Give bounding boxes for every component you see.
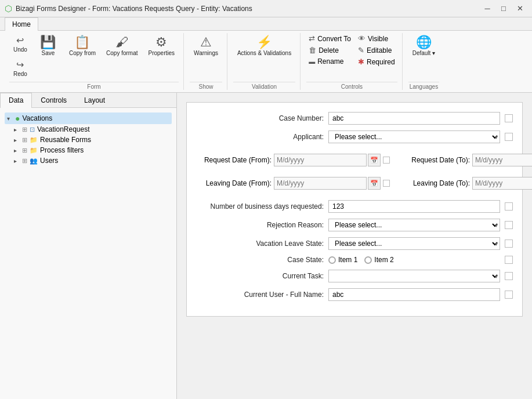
- actions-validations-button[interactable]: ⚡ Actions & Validations: [233, 33, 295, 60]
- default-language-button[interactable]: 🌐 Default ▾: [408, 33, 439, 60]
- convert-to-icon: ⇄: [309, 34, 315, 43]
- app-logo-icon: ⬡: [5, 3, 12, 14]
- validation-group-label: Validation: [233, 82, 295, 90]
- entity-icon: ⊡: [30, 126, 35, 133]
- tree-item-users[interactable]: ▸ ⊞ 👥 Users: [14, 155, 172, 166]
- applicant-checkbox[interactable]: [505, 133, 513, 141]
- current-user-fullname-label: Current User - Full Name:: [196, 291, 324, 299]
- left-panel: Data Controls Layout ▾ ● Vacations ▸ ⊞ ⊡…: [0, 93, 177, 399]
- leaving-date-from-checkbox[interactable]: [383, 180, 390, 187]
- warnings-label: Warnings: [194, 50, 218, 57]
- form-row-leaving-date: Leaving Date (From): 📅 Leaving Date (To)…: [196, 177, 513, 190]
- rename-icon: ▬: [309, 58, 315, 65]
- tree-expand-reusableforms: ▸: [14, 137, 20, 143]
- request-date-from-input[interactable]: [274, 154, 367, 166]
- current-task-control: [328, 270, 500, 282]
- applicant-label: Applicant:: [196, 133, 324, 141]
- leaving-date-to-wrapper: 📅: [472, 177, 532, 190]
- delete-button[interactable]: 🗑 Delete: [306, 45, 353, 56]
- request-date-to-wrapper: 📅: [472, 154, 532, 166]
- ribbon-tab-bar: Home: [0, 17, 532, 31]
- vacation-leave-state-control: Please select...: [328, 237, 500, 250]
- actions-label: Actions & Validations: [237, 50, 291, 57]
- leaving-date-to-col: Leaving Date (To): 📅: [395, 177, 532, 190]
- request-date-to-input[interactable]: [472, 154, 532, 166]
- tree-item-vacationrequest[interactable]: ▸ ⊞ ⊡ VacationRequest: [14, 124, 172, 135]
- leaving-date-from-label: Leaving Date (From):: [196, 179, 272, 187]
- current-user-fullname-input[interactable]: [328, 288, 500, 301]
- ribbon-group-languages: 🌐 Default ▾ Languages: [404, 33, 444, 90]
- redo-button[interactable]: ↪ Redo: [9, 57, 31, 81]
- tree-expand-vacationrequest: ▸: [14, 126, 20, 133]
- copy-from-icon: 📋: [74, 36, 90, 49]
- form-container: Case Number: Applicant: Please select...: [186, 102, 523, 317]
- form-group-label: Form: [9, 82, 179, 90]
- radio-item-1[interactable]: Item 1: [328, 256, 357, 264]
- tree-item-reusableforms[interactable]: ▸ ⊞ 📁 Reusable Forms: [14, 135, 172, 145]
- rename-button[interactable]: ▬ Rename: [306, 56, 353, 67]
- main-layout: Data Controls Layout ▾ ● Vacations ▸ ⊞ ⊡…: [0, 93, 532, 399]
- form-row-current-user-fullname: Current User - Full Name:: [196, 288, 513, 301]
- editable-label: Editable: [367, 46, 392, 55]
- entity-icon-small: ⊞: [22, 126, 27, 133]
- case-number-input[interactable]: [328, 112, 500, 125]
- tree-item-processfilters[interactable]: ▸ ⊞ 📁 Process filters: [14, 145, 172, 155]
- vacation-leave-state-label: Vacation Leave State:: [196, 240, 324, 248]
- tab-home[interactable]: Home: [5, 17, 38, 31]
- current-task-select[interactable]: [328, 270, 500, 282]
- vacation-leave-state-checkbox[interactable]: [505, 240, 513, 248]
- request-date-to-label: Request Date (To):: [395, 156, 470, 164]
- current-task-label: Current Task:: [196, 272, 324, 280]
- current-task-checkbox[interactable]: [505, 272, 513, 280]
- convert-to-button[interactable]: ⇄ Convert To: [306, 33, 353, 44]
- redo-label: Redo: [13, 71, 27, 78]
- maximize-button[interactable]: □: [496, 3, 511, 14]
- case-state-label: Case State:: [196, 256, 324, 264]
- copy-from-button[interactable]: 📋 Copy from: [65, 33, 100, 60]
- request-date-from-checkbox[interactable]: [383, 157, 390, 164]
- case-number-control: [328, 112, 500, 125]
- applicant-select[interactable]: Please select...: [328, 130, 500, 143]
- case-number-label: Case Number:: [196, 114, 324, 122]
- visible-button[interactable]: 👁 Visible: [356, 33, 397, 44]
- rejection-reason-select[interactable]: Please select...: [328, 219, 500, 231]
- tree-item-vacations[interactable]: ▾ ● Vacations: [5, 113, 172, 124]
- copy-format-button[interactable]: 🖌 Copy format: [102, 33, 142, 60]
- minimize-button[interactable]: ─: [480, 3, 495, 14]
- properties-button[interactable]: ⚙ Properties: [144, 33, 179, 60]
- tab-data[interactable]: Data: [0, 93, 32, 108]
- save-button[interactable]: 💾 Save: [34, 33, 63, 60]
- leaving-date-from-input[interactable]: [274, 177, 367, 190]
- convert-to-label: Convert To: [317, 35, 351, 43]
- business-days-checkbox[interactable]: [505, 202, 513, 211]
- properties-icon: ⚙: [155, 36, 167, 49]
- required-button[interactable]: ✱ Required: [356, 56, 397, 67]
- radio-item-2[interactable]: Item 2: [364, 256, 393, 264]
- tab-layout[interactable]: Layout: [75, 93, 114, 107]
- case-state-checkbox[interactable]: [505, 256, 513, 264]
- tab-controls[interactable]: Controls: [32, 93, 75, 107]
- close-button[interactable]: ✕: [512, 3, 527, 14]
- editable-button[interactable]: ✎ Editable: [356, 45, 397, 56]
- tree-panel: ▾ ● Vacations ▸ ⊞ ⊡ VacationRequest ▸ ⊞ …: [0, 108, 176, 399]
- current-user-fullname-checkbox[interactable]: [505, 291, 513, 299]
- business-days-label: Number of business days requested:: [196, 202, 324, 211]
- delete-label: Delete: [319, 46, 339, 55]
- rejection-reason-checkbox[interactable]: [505, 221, 513, 229]
- form-row-business-days: Number of business days requested:: [196, 200, 513, 213]
- form-row-case-state: Case State: Item 1 Item 2: [196, 256, 513, 264]
- vacation-leave-state-select[interactable]: Please select...: [328, 237, 500, 250]
- request-date-from-calendar[interactable]: 📅: [368, 154, 381, 166]
- business-days-input[interactable]: [328, 200, 500, 213]
- undo-button[interactable]: ↩ Undo: [9, 33, 31, 56]
- leaving-date-from-calendar[interactable]: 📅: [368, 177, 381, 190]
- folder-icon-small: ⊞: [22, 136, 27, 144]
- warnings-button[interactable]: ⚠ Warnings: [190, 33, 222, 60]
- ribbon-group-validation: ⚡ Actions & Validations Validation: [229, 33, 301, 90]
- leaving-date-to-label: Leaving Date (To):: [395, 179, 470, 187]
- language-label: Default ▾: [412, 50, 435, 57]
- copy-from-label: Copy from: [69, 50, 96, 57]
- tree-expand-users: ▸: [14, 158, 20, 164]
- leaving-date-to-input[interactable]: [472, 177, 532, 190]
- case-number-checkbox[interactable]: [505, 114, 513, 122]
